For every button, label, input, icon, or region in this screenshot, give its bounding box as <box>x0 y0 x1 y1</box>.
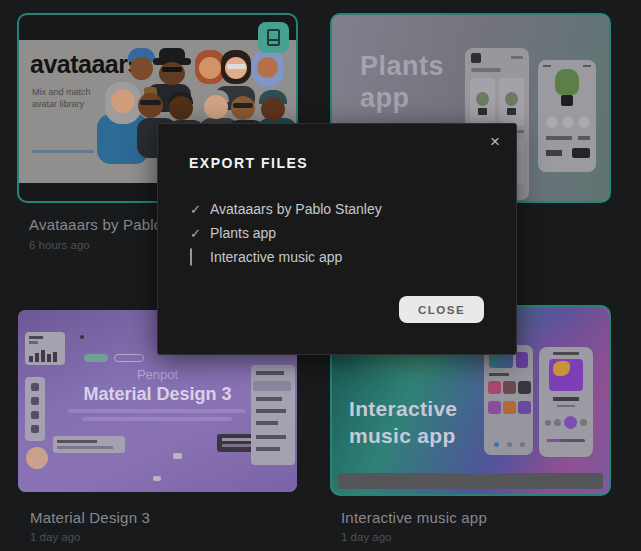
editor-sidebar <box>251 365 295 465</box>
avatar-glasses <box>233 103 253 108</box>
close-button[interactable]: CLOSE <box>399 296 484 323</box>
song-title-bar <box>553 397 579 401</box>
album-tile <box>503 401 516 414</box>
plant-pot <box>507 108 516 115</box>
panel-text <box>256 397 282 401</box>
decor-dot <box>173 453 182 459</box>
exporting-progress-icon <box>190 248 192 266</box>
avatar-glasses <box>227 64 246 69</box>
avatar-head <box>199 57 221 79</box>
comment-card <box>53 436 125 453</box>
phone-ui-element <box>543 65 551 67</box>
phone-ui-element <box>562 116 574 128</box>
player-control <box>554 419 561 426</box>
phone-ui-element <box>489 373 509 376</box>
phone-ui-element <box>553 352 579 355</box>
avatar-head <box>261 97 285 121</box>
tagline-line1: Mix and match <box>32 86 91 98</box>
tagline-line2: avatar library <box>32 98 91 110</box>
thumb-headline: avataaars <box>30 50 141 79</box>
row-icon-wrap: ✓ <box>190 201 210 217</box>
play-button <box>564 416 577 429</box>
shared-library-badge <box>258 22 289 53</box>
thumb-text-line1: Interactive <box>349 397 457 421</box>
decor-pill <box>114 354 144 362</box>
phone-mockup <box>484 345 533 455</box>
check-icon: ✓ <box>190 202 201 217</box>
close-icon[interactable]: × <box>484 131 506 153</box>
album-tile <box>518 401 531 414</box>
check-icon: ✓ <box>190 226 201 241</box>
row-icon-wrap: ✓ <box>190 225 210 241</box>
export-list-item: ✓ Plants app <box>190 225 484 249</box>
decor-text-bar <box>82 417 232 421</box>
file-name-interactive-music-app[interactable]: Interactive music app <box>341 509 487 526</box>
row-icon-wrap <box>190 249 210 265</box>
phone-buy-button <box>572 148 590 158</box>
avatar-head <box>130 57 153 80</box>
chart-bar <box>53 352 57 362</box>
decor-pill <box>84 354 108 362</box>
thumb-text-line2: music app <box>349 424 456 448</box>
file-modified-time: 1 day ago <box>30 531 81 543</box>
progress-fill <box>547 439 561 442</box>
album-tile <box>488 401 501 414</box>
album-art-blob <box>553 361 570 376</box>
file-modified-time: 1 day ago <box>341 531 392 543</box>
thumb-tagline: Mix and match avatar library <box>32 86 91 110</box>
avatar-head <box>204 95 228 119</box>
avatar-head <box>138 93 163 118</box>
chart-bar <box>29 356 33 362</box>
plant-pot <box>478 108 487 115</box>
avatar-head <box>231 96 255 120</box>
phone-ui-element <box>471 68 501 72</box>
phone-mockup <box>539 347 593 457</box>
decor-dot <box>80 335 84 339</box>
panel-text <box>57 446 113 449</box>
export-list-item: ✓ Avataaars by Pablo Stanley <box>190 201 484 225</box>
panel-text <box>256 435 286 439</box>
thumb-header-bar <box>19 15 296 40</box>
panel-text <box>256 371 284 375</box>
plant-pot <box>561 95 573 106</box>
nav-dot <box>494 442 499 447</box>
thumb-text-line1: Plants <box>360 51 444 82</box>
export-item-label: Plants app <box>210 225 276 241</box>
avatar-head <box>159 62 185 85</box>
album-tile <box>518 381 531 394</box>
thumb-text-line2: app <box>360 83 410 114</box>
decor-dot <box>153 476 161 481</box>
chart-bar <box>47 354 51 362</box>
player-control <box>580 419 587 426</box>
player-control <box>545 420 551 426</box>
editor-panel <box>25 332 65 365</box>
thumb-bottom-strip <box>338 473 603 489</box>
phone-ui-element <box>511 56 523 59</box>
export-file-list: ✓ Avataaars by Pablo Stanley ✓ Plants ap… <box>190 201 484 273</box>
library-book-icon <box>267 29 280 46</box>
phone-ui-element <box>557 405 575 407</box>
phone-mockup <box>538 60 596 172</box>
layer-row-selected <box>253 381 291 391</box>
album-banner <box>516 352 528 368</box>
phone-ui-element <box>546 136 572 140</box>
phone-ui-element <box>578 116 590 128</box>
modal-title: EXPORT FILES <box>189 155 308 171</box>
plant-leaves <box>505 92 518 106</box>
export-list-item: Interactive music app <box>190 249 484 273</box>
export-item-label: Avataaars by Pablo Stanley <box>210 201 382 217</box>
panel-text <box>256 421 278 425</box>
avatar-head <box>257 57 278 78</box>
file-name-material-design-3[interactable]: Material Design 3 <box>30 509 150 526</box>
decor-text-bar <box>68 409 246 413</box>
plant-leaves <box>476 92 489 106</box>
avatar-glasses <box>140 100 161 105</box>
panel-text <box>57 440 97 443</box>
export-item-label: Interactive music app <box>210 249 342 265</box>
phone-price-text <box>546 150 562 156</box>
album-tile <box>503 381 516 394</box>
panel-text <box>29 336 43 339</box>
panel-text <box>29 341 38 344</box>
plant-leaves <box>555 69 579 95</box>
nav-dot <box>507 442 512 447</box>
